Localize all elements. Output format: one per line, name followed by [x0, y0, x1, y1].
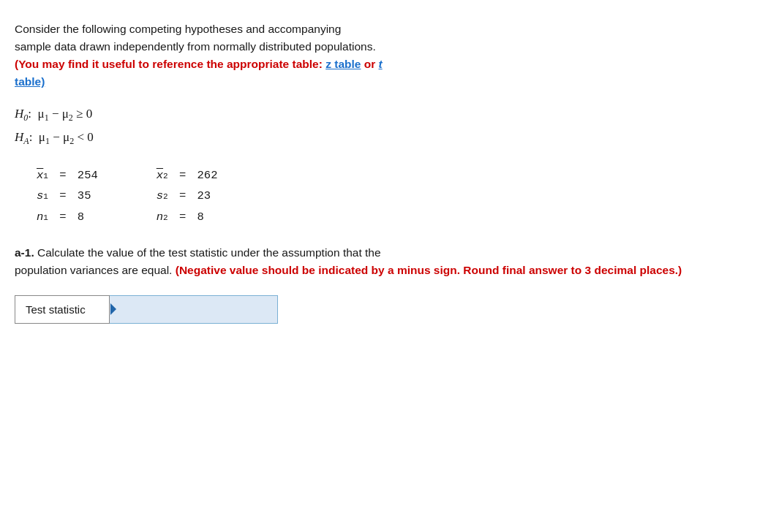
t-table-link[interactable]: t — [379, 58, 383, 70]
ha-label: HA: μ1 − μ2 < 0 — [15, 127, 94, 149]
data-column-2: x2 = 262 s2 = 23 n2 = 8 — [157, 165, 218, 228]
n1-label: n — [37, 207, 43, 228]
x1-label: x — [37, 165, 43, 186]
question-text-1: Calculate the value of the test statisti… — [34, 246, 381, 259]
n1-subscript: 1 — [43, 210, 48, 225]
n2-subscript: 2 — [163, 210, 168, 225]
n2-row: n2 = 8 — [157, 207, 218, 228]
z-table-link[interactable]: z table — [325, 58, 361, 70]
answer-label: Test statistic — [15, 295, 110, 324]
hypotheses-section: H0: μ1 − μ2 ≥ 0 HA: μ1 − μ2 < 0 — [15, 104, 745, 149]
x2-row: x2 = 262 — [157, 165, 218, 186]
n2-value: 8 — [197, 207, 204, 228]
s1-value: 35 — [78, 186, 91, 207]
hypothesis-ha: HA: μ1 − μ2 < 0 — [15, 127, 745, 149]
reference-note: (You may find it useful to reference the… — [15, 58, 383, 88]
intro-paragraph: Consider the following competing hypothe… — [15, 20, 745, 91]
n1-value: 8 — [78, 207, 84, 228]
question-bold: (Negative value should be indicated by a… — [176, 264, 682, 276]
s2-row: s2 = 23 — [157, 186, 218, 207]
question-part: a-1. — [15, 246, 34, 259]
x1-subscript: 1 — [43, 169, 48, 183]
s1-label: s — [37, 186, 43, 207]
intro-line1: Consider the following competing hypothe… — [15, 23, 341, 35]
x2-label: x — [157, 165, 163, 186]
s1-row: s1 = 35 — [37, 186, 98, 207]
question-text-2: population variances are equal. — [15, 264, 176, 276]
answer-section: Test statistic — [15, 295, 278, 324]
s2-value: 23 — [197, 186, 211, 207]
data-column-1: x1 = 254 s1 = 35 n1 = 8 — [37, 165, 98, 228]
page-container: Consider the following competing hypothe… — [0, 0, 768, 338]
intro-line2: sample data drawn independently from nor… — [15, 40, 376, 53]
s2-subscript: 2 — [163, 189, 168, 204]
s2-label: s — [157, 186, 163, 207]
n2-label: n — [157, 207, 163, 228]
x1-value: 254 — [78, 165, 98, 186]
question-section: a-1. Calculate the value of the test sta… — [15, 244, 745, 279]
cursor-indicator — [110, 303, 116, 315]
s1-subscript: 1 — [43, 189, 48, 204]
hypothesis-h0: H0: μ1 − μ2 ≥ 0 — [15, 104, 745, 126]
x1-row: x1 = 254 — [37, 165, 98, 186]
x2-subscript: 2 — [163, 169, 168, 183]
table-end-text: table) — [15, 75, 45, 88]
data-section: x1 = 254 s1 = 35 n1 = 8 x2 = 262 s2 = 23… — [37, 165, 745, 228]
test-statistic-input[interactable] — [110, 295, 278, 324]
answer-label-wrapper: Test statistic — [15, 295, 110, 324]
x2-value: 262 — [197, 165, 218, 186]
n1-row: n1 = 8 — [37, 207, 98, 228]
h0-label: H0: μ1 − μ2 ≥ 0 — [15, 104, 92, 126]
